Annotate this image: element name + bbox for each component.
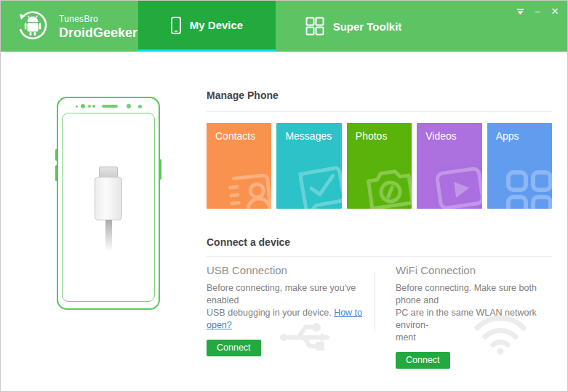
phone-bezel <box>58 103 159 109</box>
contacts-icon <box>223 158 272 209</box>
brand: TunesBro DroidGeeker <box>17 9 137 44</box>
phone-illustration <box>57 97 160 310</box>
tile-contacts[interactable]: Contacts <box>207 123 271 209</box>
tile-apps[interactable]: Apps <box>487 123 552 209</box>
toolkit-grid-icon <box>305 17 324 36</box>
window-controls: – ✕ <box>513 6 561 17</box>
phone-side-button <box>55 149 57 161</box>
videos-icon <box>427 153 481 209</box>
tile-apps-label: Apps <box>496 130 519 142</box>
usb-watermark-icon <box>279 316 337 359</box>
manage-phone-title: Manage Phone <box>207 89 552 101</box>
usb-connect-button[interactable]: Connect <box>207 340 261 356</box>
phone-icon <box>171 17 181 34</box>
main-content: Manage Phone Contacts <box>1 52 567 391</box>
tab-my-device-label: My Device <box>190 19 243 31</box>
connect-device-title: Connect a device <box>207 236 552 248</box>
tile-contacts-label: Contacts <box>215 130 255 142</box>
brand-text: TunesBro DroidGeeker <box>59 14 137 41</box>
minimize-button[interactable]: – <box>531 6 544 17</box>
wifi-connect-button[interactable]: Connect <box>396 352 450 369</box>
tab-my-device[interactable]: My Device <box>138 1 276 52</box>
usb-connection-title: USB Connection <box>207 264 375 276</box>
tab-super-toolkit-label: Super Toolkit <box>333 20 402 33</box>
brand-line2: DroidGeeker <box>59 25 137 41</box>
tile-videos[interactable]: Videos <box>417 123 481 209</box>
tile-messages-label: Messages <box>285 130 332 142</box>
divider <box>207 256 552 257</box>
usb-cable-illustration <box>94 167 123 252</box>
tile-messages[interactable]: Messages <box>276 123 341 209</box>
phone-speaker <box>102 105 118 108</box>
phone-side-button <box>159 159 161 180</box>
droidgeeker-logo-icon <box>17 9 49 44</box>
close-button[interactable]: ✕ <box>548 6 561 17</box>
apps-icon <box>501 156 552 209</box>
app-window: TunesBro DroidGeeker My Device <box>0 0 568 392</box>
manage-phone-tiles: Contacts Messages <box>207 123 552 209</box>
tile-photos[interactable]: Photos <box>347 123 412 209</box>
messages-icon <box>287 153 341 209</box>
header-bar: TunesBro DroidGeeker My Device <box>1 1 567 52</box>
brand-line1: TunesBro <box>59 14 137 24</box>
wifi-watermark-icon <box>470 312 531 359</box>
menu-caret-icon[interactable] <box>513 6 527 17</box>
phone-side-button <box>55 165 57 181</box>
tile-videos-label: Videos <box>425 130 457 142</box>
tab-super-toolkit[interactable]: Super Toolkit <box>292 1 415 52</box>
tile-photos-label: Photos <box>356 130 388 142</box>
wifi-connection-title: WiFi Connection <box>396 264 556 276</box>
photos-icon <box>359 154 412 209</box>
divider <box>207 111 552 112</box>
